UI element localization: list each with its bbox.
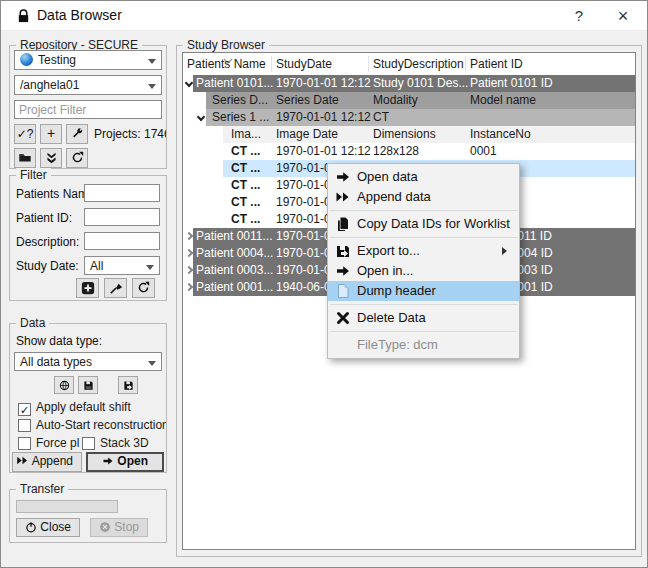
checkbox-checked-icon: ✓ — [18, 403, 31, 416]
row-band — [206, 92, 635, 109]
column-header-patient-id[interactable]: Patient ID — [470, 57, 523, 71]
study-browser-label: Study Browser — [183, 38, 269, 52]
filter-group: Filter Patients Name Patient ID: Descrip… — [9, 175, 167, 301]
chevron-right-icon[interactable] — [185, 232, 193, 240]
chevron-right-icon[interactable] — [185, 266, 193, 274]
chevron-down-icon — [146, 265, 154, 274]
auto-start-reconstruction-checkbox[interactable]: Auto-Start reconstruction — [18, 418, 166, 432]
refresh-icon — [137, 281, 150, 295]
cell: 1970-01-0 — [276, 245, 331, 262]
cell: 1970-01-01 12:12 — [276, 143, 371, 160]
cell: Model name — [470, 92, 536, 109]
chevron-right-icon[interactable] — [185, 249, 193, 257]
append-button[interactable]: Append — [12, 452, 82, 472]
project-filter-input[interactable] — [14, 100, 162, 119]
download-project-button[interactable] — [40, 148, 62, 168]
menu-separator — [330, 210, 517, 211]
checkbox-icon — [18, 437, 31, 450]
settings-button[interactable] — [66, 124, 88, 144]
refresh-projects-button[interactable] — [66, 148, 88, 168]
user-select[interactable]: /anghela01 — [14, 75, 162, 95]
apply-default-shift-checkbox[interactable]: ✓Apply default shift — [18, 400, 164, 416]
add-project-button[interactable]: + — [40, 124, 62, 144]
data-browser-window: Data Browser ? × Repository - SECURE Tes… — [0, 0, 648, 568]
stop-transfer-button[interactable]: Stop — [90, 518, 148, 537]
cell: CT ... — [231, 160, 260, 177]
power-icon — [25, 520, 37, 534]
add-filter-button[interactable] — [76, 278, 99, 298]
force-planar-checkbox[interactable]: Force pl — [18, 436, 80, 450]
menu-item-label: FileType: dcm — [357, 337, 438, 352]
user-select-value: /anghela01 — [20, 78, 79, 92]
clear-filter-button[interactable] — [104, 278, 127, 298]
cell: CT ... — [231, 177, 260, 194]
cell: Series D... — [212, 92, 268, 109]
data-type-select[interactable]: All data types — [14, 352, 162, 371]
projects-count-label: Projects: 1746/1 — [94, 127, 166, 141]
menu-item-open-data[interactable]: Open data — [328, 167, 519, 187]
close-window-button[interactable]: × — [605, 1, 641, 31]
menu-item-append-data[interactable]: Append data — [328, 187, 519, 207]
close-transfer-button[interactable]: Close — [16, 518, 80, 537]
transfer-progress-bar — [16, 500, 118, 513]
description-input[interactable] — [84, 232, 160, 250]
patients-name-input[interactable] — [84, 184, 160, 202]
chevron-down-icon[interactable] — [197, 113, 205, 121]
chevron-down-icon — [148, 361, 156, 370]
study-date-label: Study Date: — [16, 259, 79, 273]
menu-item-label: Open data — [357, 169, 418, 184]
document-icon — [335, 283, 351, 299]
stack-3d-checkbox[interactable]: Stack 3D — [82, 436, 166, 450]
table-row[interactable]: Series 1 ...1970-01-01 12:12CT — [183, 109, 635, 126]
cell: Patient 0003... — [196, 262, 273, 279]
load-data-button[interactable] — [54, 376, 74, 394]
menu-item-open-in[interactable]: Open in... — [328, 261, 519, 281]
cell: 0001 — [470, 143, 497, 160]
menu-item-label: Copy Data IDs for Worklist — [357, 216, 510, 231]
chevron-right-icon[interactable] — [185, 283, 193, 291]
menu-item-dump-header[interactable]: Dump header — [328, 281, 519, 301]
menu-item-delete-data[interactable]: Delete Data — [328, 308, 519, 328]
cell: InstanceNo — [470, 126, 531, 143]
cell: 1970-01-0 — [276, 262, 331, 279]
verify-projects-button[interactable]: ✓? — [14, 124, 36, 144]
patient-id-label: Patient ID: — [16, 211, 72, 225]
broom-icon — [109, 281, 123, 296]
open-button[interactable]: Open — [86, 452, 164, 472]
server-select[interactable]: Testing — [14, 50, 162, 70]
export-data-button[interactable] — [118, 376, 138, 394]
cell: Dimensions — [373, 126, 436, 143]
save-arrow-icon — [123, 378, 134, 392]
wrench-icon — [71, 127, 84, 141]
open-project-button[interactable] — [14, 148, 36, 168]
menu-item-export-to[interactable]: Export to... — [328, 241, 519, 261]
menu-item-label: Append data — [357, 189, 431, 204]
export-icon — [335, 243, 351, 259]
menu-item-filetype-dcm: FileType: dcm — [328, 335, 519, 355]
study-date-select[interactable]: All — [84, 256, 160, 275]
menu-item-copy-data-ids-for-worklist[interactable]: Copy Data IDs for Worklist — [328, 214, 519, 234]
column-header-study-description[interactable]: StudyDescription — [373, 57, 464, 71]
arrow-right-icon — [102, 454, 114, 468]
table-row[interactable]: CT ...1970-01-01 12:12128x1280001 — [183, 143, 635, 160]
help-button[interactable]: ? — [561, 1, 597, 31]
double-arrow-icon — [335, 189, 351, 205]
menu-separator — [330, 304, 517, 305]
save-data-button[interactable] — [78, 376, 98, 394]
window-title: Data Browser — [37, 7, 122, 23]
filter-group-label: Filter — [16, 168, 51, 182]
chevron-down-icon[interactable] — [185, 79, 193, 87]
table-row[interactable]: Series D...Series DateModalityModel name — [183, 92, 635, 109]
table-row[interactable]: Patient 0101...1970-01-01 12:12Study 010… — [183, 75, 635, 92]
table-row[interactable]: Ima...Image DateDimensionsInstanceNo — [183, 126, 635, 143]
transfer-group-label: Transfer — [16, 482, 68, 496]
cell: CT ... — [231, 194, 260, 211]
show-data-type-label: Show data type: — [16, 334, 102, 348]
chevron-down-icon — [148, 84, 156, 93]
patient-id-input[interactable] — [84, 208, 160, 226]
column-header-patients-name[interactable]: Patients Name — [187, 57, 266, 71]
checkbox-icon — [18, 419, 31, 432]
title-bar: Data Browser ? × — [1, 1, 647, 31]
refresh-filter-button[interactable] — [132, 278, 155, 298]
column-header-study-date[interactable]: StudyDate — [276, 57, 332, 71]
